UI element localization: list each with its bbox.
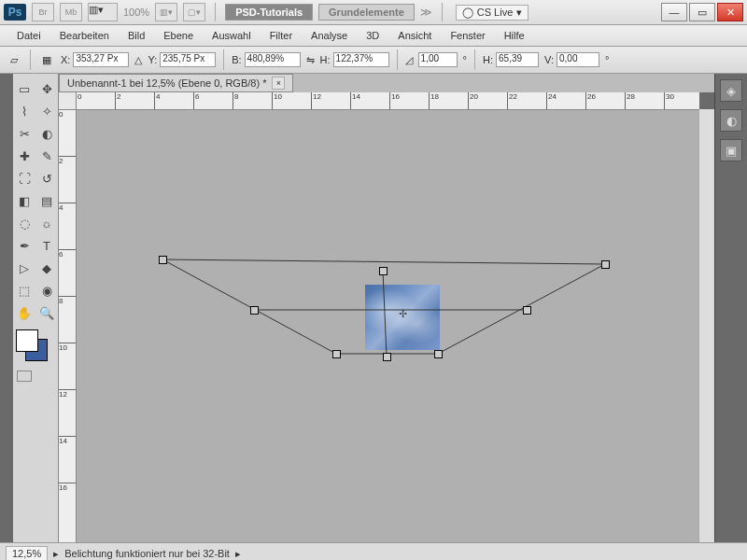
skew-v-label: V:: [544, 54, 554, 65]
transform-handle[interactable]: [379, 267, 388, 275]
eyedropper-tool[interactable]: ◐: [35, 122, 58, 145]
skew-v-input[interactable]: 0,00: [557, 52, 599, 67]
stamp-tool[interactable]: ⛶: [13, 167, 35, 189]
document-tab-title: Unbenannt-1 bei 12,5% (Ebene 0, RGB/8) *: [67, 77, 266, 89]
foreground-swatch[interactable]: [16, 329, 38, 352]
brush-tool[interactable]: ✎: [35, 145, 58, 167]
menu-ebene[interactable]: Ebene: [154, 27, 203, 44]
quickmask-toggle[interactable]: [17, 371, 32, 382]
history-brush-tool[interactable]: ↺: [35, 167, 58, 189]
zoom-tool[interactable]: 🔍: [35, 301, 58, 324]
blur-tool[interactable]: ◌: [13, 212, 35, 234]
document-tab-row: Unbenannt-1 bei 12,5% (Ebene 0, RGB/8) *…: [59, 74, 714, 92]
vertical-ruler[interactable]: 0246810121416: [59, 109, 77, 542]
title-bar: Ps Br Mb ▥▾ 100% ▥▾ ▢▾ PSD-Tutorials Gru…: [0, 0, 747, 25]
shape-tool[interactable]: ◆: [35, 257, 58, 279]
marquee-tool[interactable]: ▭: [13, 77, 35, 100]
skew-h-input[interactable]: 65,39: [496, 52, 539, 67]
skew-h-label: H:: [483, 54, 493, 65]
transform-pivot-icon[interactable]: ✢: [397, 308, 408, 319]
rotation-unit: °: [463, 54, 467, 65]
document-tab[interactable]: Unbenannt-1 bei 12,5% (Ebene 0, RGB/8) *…: [59, 74, 293, 92]
3d-camera-tool[interactable]: ◉: [35, 279, 58, 301]
app-logo: Ps: [4, 4, 26, 21]
zoom-readout: 100%: [123, 7, 149, 18]
maximize-button[interactable]: ▭: [689, 3, 715, 21]
path-select-tool[interactable]: ▷: [13, 257, 35, 279]
workspace-tab-grundelemente[interactable]: Grundelemente: [318, 4, 415, 21]
dodge-tool[interactable]: ☼: [35, 212, 58, 234]
horizontal-ruler[interactable]: 024681012141618202224262830: [76, 92, 699, 110]
w-input[interactable]: 480,89%: [245, 52, 301, 67]
angle-icon: ◿: [405, 54, 413, 66]
heal-tool[interactable]: ✚: [13, 145, 35, 167]
link-icon[interactable]: ⇋: [306, 54, 315, 66]
menu-bild[interactable]: Bild: [119, 27, 154, 44]
close-button[interactable]: ✕: [717, 3, 743, 21]
transform-handle[interactable]: [601, 260, 610, 269]
x-input[interactable]: 353,27 Px: [73, 52, 129, 67]
close-tab-icon[interactable]: ×: [272, 77, 285, 90]
vertical-scrollbar[interactable]: [698, 109, 714, 542]
transform-handle[interactable]: [383, 353, 391, 361]
transform-handle[interactable]: [523, 306, 531, 315]
channels-panel-icon[interactable]: ◐: [720, 109, 742, 132]
ruler-origin[interactable]: [59, 92, 77, 110]
minimize-button[interactable]: —: [661, 3, 687, 21]
minibridge-button[interactable]: Mb: [60, 3, 82, 21]
menu-3d[interactable]: 3D: [357, 27, 388, 44]
w-label: B:: [232, 54, 241, 65]
layers-panel-icon[interactable]: ◈: [720, 79, 742, 102]
color-swatches[interactable]: [16, 329, 53, 367]
h-input[interactable]: 122,37%: [333, 52, 389, 67]
options-bar: ▱ ▦ X:353,27 Px △ Y:235,75 Px B:480,89% …: [0, 47, 747, 74]
menu-filter[interactable]: Filter: [261, 27, 302, 44]
rotation-input[interactable]: 1,00: [418, 52, 458, 67]
crop-tool[interactable]: ✂: [13, 122, 35, 145]
right-dock: ◈ ◐ ▣: [714, 74, 747, 542]
wand-tool[interactable]: ✧: [35, 100, 58, 122]
transform-handle[interactable]: [250, 306, 259, 315]
gradient-tool[interactable]: ▤: [35, 189, 58, 212]
transform-tool-icon[interactable]: ▱: [6, 51, 22, 68]
type-tool[interactable]: T: [35, 234, 58, 257]
lasso-tool[interactable]: ⌇: [13, 100, 35, 122]
canvas[interactable]: ✢: [76, 109, 699, 542]
menu-ansicht[interactable]: Ansicht: [388, 27, 441, 44]
cs-live-button[interactable]: ◯ CS Live ▾: [456, 5, 529, 21]
hand-tool[interactable]: ✋: [13, 301, 35, 324]
workspace-tab-tutorials[interactable]: PSD-Tutorials: [225, 4, 313, 21]
status-message: Belichtung funktioniert nur bei 32-Bit: [64, 548, 230, 559]
paths-panel-icon[interactable]: ▣: [720, 139, 742, 161]
cs-live-label: CS Live: [477, 7, 514, 18]
status-arrow-icon[interactable]: ▸: [53, 548, 59, 560]
y-label: Y:: [148, 54, 157, 65]
arrange-dropdown[interactable]: ▥▾: [88, 3, 118, 21]
menu-hilfe[interactable]: Hilfe: [495, 27, 534, 44]
workspace-more-icon[interactable]: ≫: [420, 6, 432, 19]
3d-tool[interactable]: ⬚: [13, 279, 35, 301]
y-input[interactable]: 235,75 Px: [160, 52, 216, 67]
menu-auswahl[interactable]: Auswahl: [203, 27, 261, 44]
transform-handle[interactable]: [434, 350, 443, 358]
skew-unit: °: [605, 54, 609, 65]
reference-point-icon[interactable]: ▦: [38, 51, 55, 68]
status-zoom[interactable]: 12,5%: [6, 546, 48, 560]
eraser-tool[interactable]: ◧: [13, 189, 35, 212]
move-tool[interactable]: ✥: [35, 77, 58, 100]
screen-mode-button[interactable]: ▢▾: [183, 3, 205, 21]
menu-bearbeiten[interactable]: Bearbeiten: [50, 27, 119, 44]
status-bar: 12,5% ▸ Belichtung funktioniert nur bei …: [0, 542, 747, 560]
menu-fenster[interactable]: Fenster: [441, 27, 494, 44]
view-extras-button[interactable]: ▥▾: [155, 3, 177, 21]
menu-bar: Datei Bearbeiten Bild Ebene Auswahl Filt…: [0, 25, 747, 47]
h-label: H:: [320, 54, 331, 65]
transform-handle[interactable]: [332, 350, 341, 358]
menu-analyse[interactable]: Analyse: [302, 27, 357, 44]
pen-tool[interactable]: ✒: [13, 234, 35, 257]
bridge-button[interactable]: Br: [32, 3, 54, 21]
status-arrow2-icon[interactable]: ▸: [235, 548, 241, 560]
toolbox: ▭✥ ⌇✧ ✂◐ ✚✎ ⛶↺ ◧▤ ◌☼ ✒T ▷◆ ⬚◉ ✋🔍: [13, 74, 59, 542]
transform-handle[interactable]: [159, 256, 167, 264]
menu-datei[interactable]: Datei: [7, 27, 50, 44]
